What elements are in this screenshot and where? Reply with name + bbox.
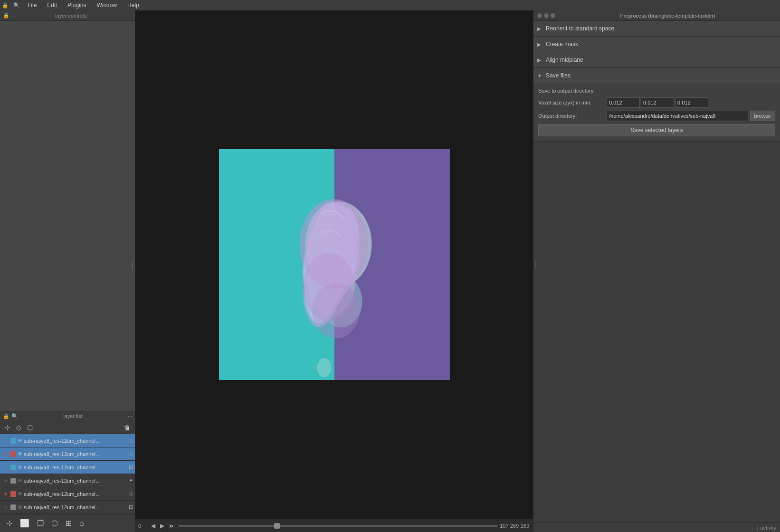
delete-layer-btn[interactable]: 🗑: [122, 423, 132, 432]
canvas-right-handle[interactable]: ⋮: [532, 260, 540, 269]
voxel-y-input[interactable]: [641, 97, 674, 108]
layer-item[interactable]: ⊹ 👁 sub-najva8_res-12um_channel... ⊞: [0, 501, 135, 514]
section-create-mask-header[interactable]: ▶ Create mask: [533, 37, 780, 52]
menu-plugins[interactable]: Plugins: [65, 1, 89, 10]
layer-suffix-icon: ⊞: [129, 504, 133, 510]
activity-bar: ↑ activity: [533, 522, 780, 532]
layer-color-dot: [10, 478, 16, 484]
menu-edit[interactable]: Edit: [44, 1, 60, 10]
home-btn[interactable]: ⌂: [77, 518, 86, 529]
close-btn-2[interactable]: [544, 13, 549, 18]
section-save-files: ▼ Save files Save to output directory Vo…: [533, 68, 780, 142]
panel-close-buttons: [537, 13, 555, 18]
tool-points-btn[interactable]: ⊹: [3, 423, 12, 432]
layer-item[interactable]: ♥ 👁 sub-najva8_res-12um_channel... ◇: [0, 447, 135, 461]
layer-visibility-icon[interactable]: 👁: [17, 491, 23, 497]
square-btn[interactable]: ⬜: [18, 517, 32, 529]
layer-color-dot: [10, 451, 16, 457]
console-btn[interactable]: ⊹: [4, 517, 15, 529]
menubar: 🔒 🔍 File Edit Plugins Window Help: [0, 0, 780, 10]
voxel-size-label: Voxel size (zyx) in mm:: [538, 100, 605, 105]
layer-item[interactable]: ⊹ 👁 sub-najva8_res-12um_channel... ⊞: [0, 461, 135, 474]
save-selected-layers-button[interactable]: Save selected layers: [538, 124, 775, 136]
output-dir-row: Output directory: browse: [538, 111, 775, 121]
menu-file[interactable]: File: [25, 1, 39, 10]
output-dir-input[interactable]: [607, 111, 748, 121]
brain-right-svg: [334, 149, 450, 380]
layer-visibility-icon[interactable]: 👁: [17, 437, 23, 444]
canvas-left-handle[interactable]: ⋮: [129, 260, 136, 269]
layer-item[interactable]: ⊹ 👁 sub-najva8_res-12um_channel... ✦: [0, 474, 135, 487]
layer-visibility-icon[interactable]: 👁: [17, 464, 23, 471]
layer-suffix-icon: ◇: [129, 451, 133, 457]
layer-visibility-icon[interactable]: 👁: [17, 477, 23, 484]
layer-visibility-icon[interactable]: 👁: [17, 504, 23, 511]
menu-help[interactable]: Help: [124, 1, 142, 10]
layer-controls-header: 🔒 layer controls: [0, 10, 135, 21]
layer-name: sub-najva8_res-12um_channel...: [24, 491, 128, 497]
layer-color-dot: [10, 504, 16, 510]
section-reorient-header[interactable]: ▶ Reorient to standard space: [533, 21, 780, 36]
layer-list-search-icon[interactable]: 🔍: [11, 413, 18, 419]
menu-lock-icon[interactable]: 🔒: [2, 2, 9, 9]
section-save-files-header[interactable]: ▼ Save files: [533, 68, 780, 83]
menu-search-icon[interactable]: 🔍: [13, 2, 20, 9]
section-midplane-arrow: ▶: [537, 57, 543, 63]
timeline-total: 269: [521, 523, 530, 529]
timeline-slider[interactable]: [178, 525, 498, 527]
copy-btn[interactable]: ❐: [35, 517, 46, 529]
activity-label: ↑ activity: [756, 525, 776, 531]
hex-btn[interactable]: ⬡: [49, 517, 60, 529]
play-back-btn[interactable]: ◀: [150, 522, 157, 530]
right-panel-header: Preprocess (brainglobe-template-builder): [533, 10, 780, 21]
browse-button[interactable]: browse: [750, 111, 775, 121]
layer-controls-lock-icon[interactable]: 🔒: [3, 12, 10, 19]
canvas-right: [334, 149, 450, 380]
layer-item[interactable]: ♥ 👁 sub-najva8_res-12um_channel... ◇: [0, 487, 135, 501]
layer-toolbar: ⊹ ◇ ⬡ 🗑: [0, 421, 135, 434]
close-btn-3[interactable]: [551, 13, 555, 18]
section-midplane-title: Align midplane: [546, 57, 583, 63]
layer-color-dot: [10, 465, 16, 470]
right-panel-title: Preprocess (brainglobe-template-builder): [559, 13, 776, 19]
layer-color-dot: [10, 491, 16, 497]
play-btn[interactable]: ▶: [159, 522, 166, 530]
layer-list: ⊹ 👁 sub-najva8_res-12um_channel... ◇ ♥ 👁…: [0, 434, 135, 514]
output-dir-label: Output directory:: [538, 113, 605, 119]
save-to-dir-label: Save to output directory: [538, 88, 775, 94]
left-panel: 🔒 layer controls 🔒 🔍 layer list ··· ⊹ ◇ …: [0, 10, 135, 532]
layer-suffix-icon: ✦: [129, 477, 133, 484]
voxel-z-input[interactable]: [607, 97, 640, 108]
main-content: 🔒 layer controls 🔒 🔍 layer list ··· ⊹ ◇ …: [0, 10, 780, 532]
close-btn-1[interactable]: [537, 13, 542, 18]
section-align-midplane-header[interactable]: ▶ Align midplane: [533, 52, 780, 67]
grid-btn[interactable]: ⊞: [63, 517, 74, 529]
section-mask-arrow: ▶: [537, 42, 543, 47]
timeline-thumb[interactable]: [274, 523, 280, 529]
layer-type-icon: ⊹: [2, 477, 10, 484]
layer-visibility-icon[interactable]: 👁: [17, 451, 23, 457]
tool-labels-btn[interactable]: ⬡: [25, 423, 35, 432]
voxel-x-input[interactable]: [675, 97, 708, 108]
layer-suffix-icon: ◇: [129, 437, 133, 444]
layer-type-icon: ⊹: [2, 464, 10, 471]
menu-window[interactable]: Window: [94, 1, 120, 10]
layer-list-title: layer list: [20, 413, 126, 419]
layer-list-lock-icon[interactable]: 🔒: [3, 413, 10, 419]
layer-item[interactable]: ⊹ 👁 sub-najva8_res-12um_channel... ◇: [0, 434, 135, 447]
layer-name: sub-najva8_res-12um_channel...: [24, 451, 128, 457]
layer-type-icon: ⊹: [2, 504, 10, 511]
image-canvas: [219, 149, 450, 380]
timeline-bar: 0 ◀ ▶ ⏭ 107 269 269: [135, 519, 533, 532]
skip-end-btn[interactable]: ⏭: [168, 522, 176, 530]
timeline-start: 0: [138, 523, 148, 529]
section-align-midplane: ▶ Align midplane: [533, 52, 780, 68]
tool-shapes-btn[interactable]: ◇: [14, 423, 23, 432]
section-save-arrow: ▼: [537, 73, 543, 78]
layer-type-icon: ⊹: [2, 437, 10, 445]
section-create-mask: ▶ Create mask: [533, 37, 780, 52]
voxel-inputs: [607, 97, 775, 108]
bottom-toolbar: ⊹ ⬜ ❐ ⬡ ⊞ ⌂: [0, 514, 135, 532]
layer-type-icon: ♥: [2, 450, 10, 458]
layer-list-more-icon[interactable]: ···: [128, 413, 132, 419]
